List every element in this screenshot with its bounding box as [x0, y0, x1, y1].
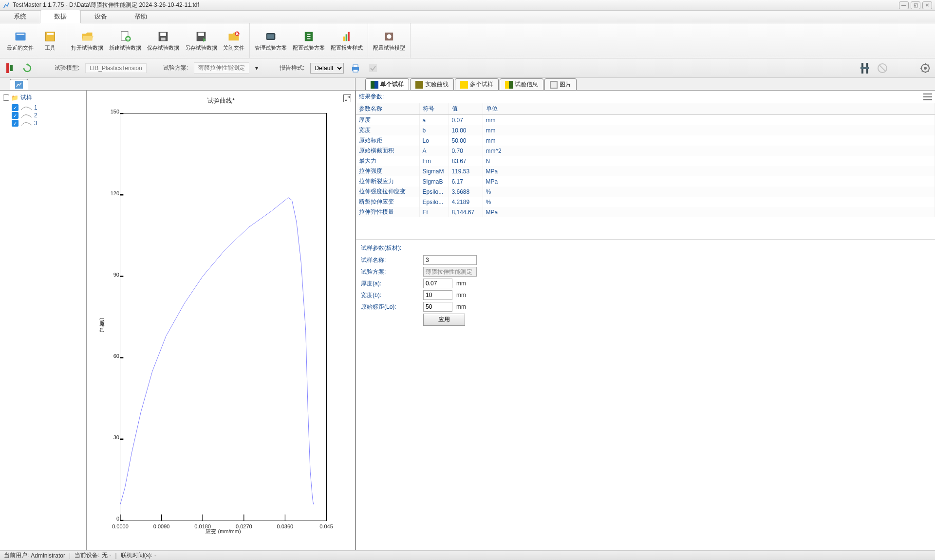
y-axis-label: 应力 (MPa) — [98, 317, 106, 333]
tab-multi-specimen[interactable]: 多个试样 — [455, 78, 499, 90]
tools-button[interactable]: 工具 — [37, 25, 64, 56]
thickness-input[interactable] — [423, 279, 452, 288]
device-icon[interactable] — [859, 62, 871, 74]
svg-rect-52 — [551, 82, 557, 88]
menu-tab-device[interactable]: 设备 — [81, 10, 121, 23]
col-symbol: 符号 — [419, 103, 449, 115]
table-row[interactable]: 原始横截面积A0.70mm^2 — [356, 146, 935, 156]
status-offline-label: 联机时间(s): — [121, 551, 152, 560]
curve-thumb-icon — [20, 105, 32, 110]
check-icon[interactable] — [367, 62, 379, 74]
xtick: 0.0000 — [112, 523, 129, 529]
new-test-data-button[interactable]: 新建试验数据 — [106, 25, 144, 56]
results-panel: 结果参数: 参数名称 符号 值 单位 厚度a0.07mm宽度b10.00mm原始… — [355, 91, 935, 550]
specimen-name-input[interactable] — [423, 255, 477, 265]
table-row[interactable]: 宽度b10.00mm — [356, 125, 935, 135]
results-header: 结果参数: — [359, 93, 384, 101]
svg-point-19 — [387, 34, 391, 38]
svg-rect-49 — [505, 81, 509, 89]
minimize-button[interactable]: — — [899, 1, 909, 9]
tree-root-checkbox[interactable] — [3, 94, 9, 101]
status-bar: 当前用户: Administrator | 当前设备: 无 - | 联机时间(s… — [0, 550, 935, 560]
tree-item-2[interactable]: ✓ 2 — [3, 112, 83, 119]
save-test-data-button[interactable]: 保存试验数据 — [144, 25, 182, 56]
svg-rect-48 — [460, 81, 468, 89]
recent-files-button[interactable]: 最近的文件 — [4, 25, 37, 56]
checked-icon[interactable]: ✓ — [12, 104, 19, 111]
chart-panel: 试验曲线* 0 30 60 90 120 150 0.0000 0.0090 — [87, 91, 355, 550]
table-row[interactable]: 断裂拉伸应变Epsilo...4.2189% — [356, 197, 935, 207]
col-unit: 单位 — [483, 103, 935, 115]
menu-tab-help[interactable]: 帮助 — [121, 10, 161, 23]
config-plan-button[interactable]: 配置试验方案 — [290, 25, 328, 56]
folder-open-icon — [80, 30, 94, 43]
checked-icon[interactable]: ✓ — [12, 112, 19, 119]
checked-icon[interactable]: ✓ — [12, 120, 19, 127]
gear-icon[interactable] — [919, 62, 931, 74]
svg-rect-15 — [343, 37, 345, 41]
table-row[interactable]: 拉伸弹性模量Et8,144.67MPa — [356, 207, 935, 217]
specimen-tree: 📁 试样 ✓ 1 ✓ 2 ✓ 3 — [0, 91, 87, 550]
folder-icon: 📁 — [11, 94, 19, 101]
right-tab-strip: 单个试样 实验曲线 多个试样 试验信息 图片 — [355, 78, 935, 91]
ribbon-toolbar: 最近的文件 工具 打开试验数据 新建试验数据 保存试验数据 另存试验数据 关闭文… — [0, 23, 935, 58]
tree-root[interactable]: 📁 试样 — [3, 93, 83, 102]
maximize-button[interactable]: ◱ — [911, 1, 920, 9]
left-tab-chart[interactable] — [10, 79, 28, 90]
close-file-button[interactable]: 关闭文件 — [220, 25, 247, 56]
tools-icon — [43, 30, 57, 43]
config-report-button[interactable]: 配置报告样式 — [328, 25, 366, 56]
save-as-test-data-button[interactable]: 另存试验数据 — [182, 25, 220, 56]
info-icon — [505, 81, 513, 89]
close-button[interactable]: ✕ — [922, 1, 932, 9]
hamburger-icon[interactable] — [923, 93, 932, 100]
open-test-data-button[interactable]: 打开试验数据 — [68, 25, 106, 56]
refresh-icon[interactable] — [21, 62, 33, 74]
popout-icon[interactable] — [343, 94, 351, 102]
window-title: TestMaster 1.1.7.75 - D:\Data\薄膜拉伸性能测定 2… — [13, 1, 899, 9]
tab-test-curve[interactable]: 实验曲线 — [410, 78, 454, 90]
ytick: 120 — [111, 190, 119, 196]
tab-test-info[interactable]: 试验信息 — [500, 78, 543, 90]
config-model-button[interactable]: 配置试验模型 — [370, 25, 408, 56]
table-row[interactable]: 厚度a0.07mm — [356, 115, 935, 126]
table-row[interactable]: 最大力Fm83.67N — [356, 156, 935, 166]
right-pane: 单个试样 实验曲线 多个试样 试验信息 图片 结果参数: — [355, 78, 935, 550]
tree-item-1[interactable]: ✓ 1 — [3, 104, 83, 112]
table-row[interactable]: 原始标距Lo50.00mm — [356, 135, 935, 146]
table-row[interactable]: 拉伸断裂应力SigmaB6.17MPa — [356, 176, 935, 187]
svg-rect-28 — [860, 67, 869, 69]
svg-rect-8 — [161, 37, 165, 40]
apply-button[interactable]: 应用 — [423, 314, 465, 326]
manage-plan-button[interactable]: 管理试验方案 — [252, 25, 290, 56]
menu-tab-system[interactable]: 系统 — [0, 10, 40, 23]
specimen-params-panel: 试样参数(板材): 试样名称: 试验方案: 厚度(a): mm 宽度(b): — [356, 240, 935, 330]
report-select[interactable]: Default — [310, 63, 344, 74]
table-row[interactable]: 拉伸强度拉伸应变Epsilo...3.6688% — [356, 187, 935, 197]
width-input[interactable] — [423, 290, 452, 300]
gauge-input[interactable] — [423, 302, 452, 312]
svg-rect-46 — [374, 81, 378, 89]
plan-dropdown-icon[interactable]: ▾ — [255, 65, 258, 72]
svg-rect-7 — [160, 33, 166, 36]
disable-icon[interactable] — [877, 62, 888, 74]
report-label: 报告样式: — [280, 64, 304, 72]
left-tab-strip — [0, 78, 355, 91]
tab-image[interactable]: 图片 — [544, 78, 577, 90]
specimen-name-label: 试样名称: — [361, 256, 419, 264]
svg-rect-24 — [353, 70, 358, 72]
curve-thumb-icon — [20, 121, 32, 126]
menu-tab-data[interactable]: 数据 — [40, 10, 81, 23]
table-row[interactable]: 拉伸强度SigmaM119.53MPa — [356, 166, 935, 176]
red-marker-icon[interactable] — [4, 62, 16, 74]
file-new-icon — [118, 30, 132, 43]
print-icon[interactable] — [350, 62, 361, 74]
gauge-label: 原始标距(Lo): — [361, 303, 419, 311]
svg-rect-10 — [198, 33, 204, 36]
results-table: 参数名称 符号 值 单位 厚度a0.07mm宽度b10.00mm原始标距Lo50… — [356, 103, 935, 240]
plan-value[interactable]: 薄膜拉伸性能测定 — [194, 62, 249, 74]
svg-rect-45 — [371, 81, 374, 89]
config-plan-icon — [302, 30, 316, 43]
tab-single-specimen[interactable]: 单个试样 — [365, 78, 409, 90]
tree-item-3[interactable]: ✓ 3 — [3, 119, 83, 127]
